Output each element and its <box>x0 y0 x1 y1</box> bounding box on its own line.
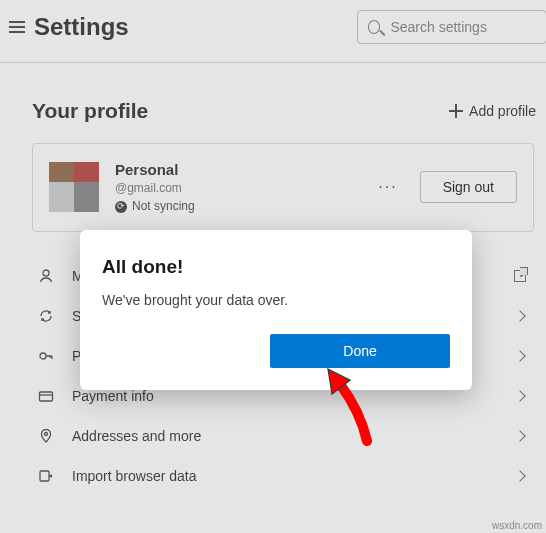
chevron-right-icon <box>514 390 525 401</box>
dialog-body: We've brought your data over. <box>102 292 450 308</box>
sync-icon <box>36 308 56 324</box>
external-link-icon <box>514 270 526 282</box>
profile-email: @gmail.com <box>115 180 356 196</box>
done-button[interactable]: Done <box>270 334 450 368</box>
add-profile-label: Add profile <box>469 103 536 119</box>
add-profile-button[interactable]: Add profile <box>449 103 536 119</box>
svg-point-0 <box>43 270 49 276</box>
key-icon <box>36 348 56 364</box>
all-done-dialog: All done! We've brought your data over. … <box>80 230 472 390</box>
chevron-right-icon <box>514 470 525 481</box>
signout-button[interactable]: Sign out <box>420 171 517 203</box>
chevron-right-icon <box>514 310 525 321</box>
plus-icon <box>449 104 463 118</box>
page-title: Settings <box>34 13 129 41</box>
svg-point-1 <box>40 353 46 359</box>
card-icon <box>36 388 56 404</box>
row-addresses[interactable]: Addresses and more <box>32 416 534 456</box>
row-label: Payment info <box>72 388 500 404</box>
sync-status-icon: ⟳ <box>115 201 127 213</box>
svg-rect-2 <box>40 392 53 401</box>
location-icon <box>36 428 56 444</box>
dialog-title: All done! <box>102 256 450 278</box>
menu-button[interactable] <box>0 18 34 36</box>
import-icon <box>36 468 56 484</box>
section-title: Your profile <box>32 99 148 123</box>
row-label: Import browser data <box>72 468 500 484</box>
search-input[interactable] <box>390 19 536 35</box>
profile-card: Personal @gmail.com ⟳ Not syncing ··· Si… <box>32 143 534 232</box>
svg-rect-4 <box>40 471 49 481</box>
chevron-right-icon <box>514 350 525 361</box>
watermark: wsxdn.com <box>492 520 542 531</box>
profile-more-button[interactable]: ··· <box>372 174 403 200</box>
row-label: Addresses and more <box>72 428 500 444</box>
search-icon <box>368 20 380 34</box>
svg-point-3 <box>45 432 48 435</box>
row-import[interactable]: Import browser data <box>32 456 534 496</box>
chevron-right-icon <box>514 430 525 441</box>
sync-status-text: Not syncing <box>132 198 195 214</box>
person-icon <box>36 268 56 284</box>
avatar <box>49 162 99 212</box>
profile-name: Personal <box>115 160 356 180</box>
search-box[interactable] <box>357 10 546 44</box>
